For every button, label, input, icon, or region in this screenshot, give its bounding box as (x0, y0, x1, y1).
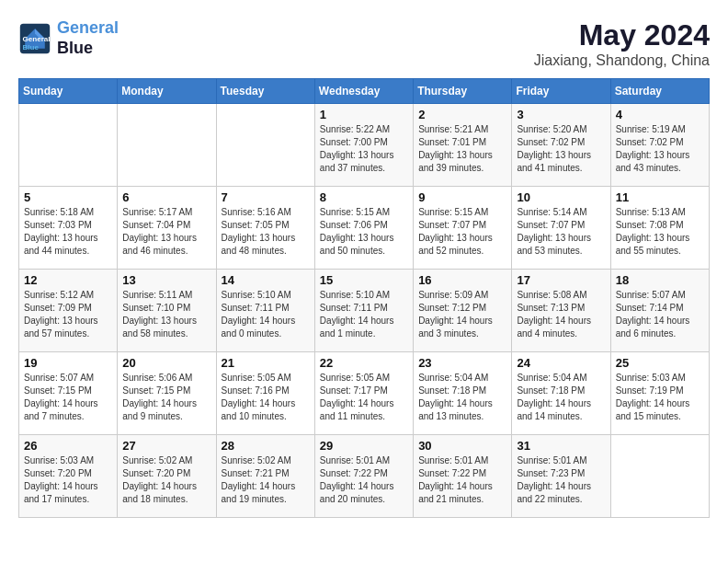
calendar-cell (19, 104, 118, 187)
calendar-cell: 2Sunrise: 5:21 AM Sunset: 7:01 PM Daylig… (414, 104, 512, 187)
location-subtitle: Jiaxiang, Shandong, China (534, 52, 710, 69)
day-number: 12 (24, 273, 112, 287)
day-info: Sunrise: 5:14 AM Sunset: 7:07 PM Dayligh… (517, 206, 605, 258)
weekday-header-wednesday: Wednesday (314, 79, 413, 104)
calendar-cell (216, 104, 314, 187)
calendar-body: 1Sunrise: 5:22 AM Sunset: 7:00 PM Daylig… (19, 104, 710, 518)
day-info: Sunrise: 5:03 AM Sunset: 7:19 PM Dayligh… (616, 372, 704, 423)
calendar-cell: 20Sunrise: 5:06 AM Sunset: 7:15 PM Dayli… (118, 352, 216, 435)
day-number: 5 (24, 190, 112, 204)
month-title: May 2024 (534, 18, 710, 52)
calendar-cell: 5Sunrise: 5:18 AM Sunset: 7:03 PM Daylig… (19, 187, 118, 270)
calendar-cell: 1Sunrise: 5:22 AM Sunset: 7:00 PM Daylig… (314, 104, 413, 187)
calendar-week-5: 26Sunrise: 5:03 AM Sunset: 7:20 PM Dayli… (19, 435, 710, 518)
calendar-cell: 31Sunrise: 5:01 AM Sunset: 7:23 PM Dayli… (512, 435, 610, 518)
day-number: 29 (320, 439, 408, 453)
day-info: Sunrise: 5:10 AM Sunset: 7:11 PM Dayligh… (320, 289, 408, 340)
calendar-cell: 28Sunrise: 5:02 AM Sunset: 7:21 PM Dayli… (216, 435, 314, 518)
day-info: Sunrise: 5:08 AM Sunset: 7:13 PM Dayligh… (517, 289, 605, 340)
day-number: 23 (418, 356, 506, 370)
day-number: 30 (418, 439, 506, 453)
day-number: 4 (616, 108, 704, 121)
calendar-cell: 14Sunrise: 5:10 AM Sunset: 7:11 PM Dayli… (216, 270, 314, 352)
day-info: Sunrise: 5:17 AM Sunset: 7:04 PM Dayligh… (122, 206, 210, 258)
calendar-cell: 17Sunrise: 5:08 AM Sunset: 7:13 PM Dayli… (512, 270, 610, 352)
day-info: Sunrise: 5:20 AM Sunset: 7:02 PM Dayligh… (517, 123, 605, 175)
day-number: 8 (320, 190, 408, 204)
calendar-week-2: 5Sunrise: 5:18 AM Sunset: 7:03 PM Daylig… (19, 187, 710, 270)
calendar-header: SundayMondayTuesdayWednesdayThursdayFrid… (19, 79, 710, 104)
calendar-cell: 18Sunrise: 5:07 AM Sunset: 7:14 PM Dayli… (610, 270, 709, 352)
calendar-cell: 24Sunrise: 5:04 AM Sunset: 7:18 PM Dayli… (512, 352, 610, 435)
day-number: 17 (517, 273, 605, 287)
day-info: Sunrise: 5:16 AM Sunset: 7:05 PM Dayligh… (222, 206, 310, 258)
day-number: 14 (222, 273, 310, 287)
day-info: Sunrise: 5:22 AM Sunset: 7:00 PM Dayligh… (320, 123, 408, 175)
calendar-cell: 3Sunrise: 5:20 AM Sunset: 7:02 PM Daylig… (512, 104, 610, 187)
day-number: 20 (122, 356, 210, 370)
calendar-cell: 23Sunrise: 5:04 AM Sunset: 7:18 PM Dayli… (414, 352, 512, 435)
calendar-week-1: 1Sunrise: 5:22 AM Sunset: 7:00 PM Daylig… (19, 104, 710, 187)
weekday-row: SundayMondayTuesdayWednesdayThursdayFrid… (19, 79, 710, 104)
day-info: Sunrise: 5:10 AM Sunset: 7:11 PM Dayligh… (222, 289, 310, 340)
day-number: 16 (418, 273, 506, 287)
calendar-cell: 26Sunrise: 5:03 AM Sunset: 7:20 PM Dayli… (19, 435, 118, 518)
calendar-cell: 9Sunrise: 5:15 AM Sunset: 7:07 PM Daylig… (414, 187, 512, 270)
day-number: 21 (222, 356, 310, 370)
day-number: 27 (122, 439, 210, 453)
day-number: 26 (24, 439, 112, 453)
calendar-cell: 6Sunrise: 5:17 AM Sunset: 7:04 PM Daylig… (118, 187, 216, 270)
weekday-header-monday: Monday (118, 79, 216, 104)
title-area: May 2024 Jiaxiang, Shandong, China (534, 18, 710, 69)
calendar-cell: 7Sunrise: 5:16 AM Sunset: 7:05 PM Daylig… (216, 187, 314, 270)
calendar-cell: 10Sunrise: 5:14 AM Sunset: 7:07 PM Dayli… (512, 187, 610, 270)
calendar-cell: 29Sunrise: 5:01 AM Sunset: 7:22 PM Dayli… (314, 435, 413, 518)
calendar-cell: 21Sunrise: 5:05 AM Sunset: 7:16 PM Dayli… (216, 352, 314, 435)
day-info: Sunrise: 5:05 AM Sunset: 7:17 PM Dayligh… (320, 372, 408, 423)
day-info: Sunrise: 5:19 AM Sunset: 7:02 PM Dayligh… (616, 123, 704, 175)
calendar-week-3: 12Sunrise: 5:12 AM Sunset: 7:09 PM Dayli… (19, 270, 710, 352)
weekday-header-thursday: Thursday (414, 79, 512, 104)
day-number: 24 (517, 356, 605, 370)
day-info: Sunrise: 5:13 AM Sunset: 7:08 PM Dayligh… (616, 206, 704, 258)
calendar-cell (118, 104, 216, 187)
day-number: 28 (222, 439, 310, 453)
calendar-cell (610, 435, 709, 518)
day-number: 1 (320, 108, 408, 121)
day-info: Sunrise: 5:02 AM Sunset: 7:20 PM Dayligh… (122, 454, 210, 506)
day-info: Sunrise: 5:05 AM Sunset: 7:16 PM Dayligh… (222, 372, 310, 423)
calendar-cell: 15Sunrise: 5:10 AM Sunset: 7:11 PM Dayli… (314, 270, 413, 352)
calendar-cell: 8Sunrise: 5:15 AM Sunset: 7:06 PM Daylig… (314, 187, 413, 270)
day-info: Sunrise: 5:11 AM Sunset: 7:10 PM Dayligh… (122, 289, 210, 340)
day-number: 2 (418, 108, 506, 121)
day-info: Sunrise: 5:21 AM Sunset: 7:01 PM Dayligh… (418, 123, 506, 175)
day-info: Sunrise: 5:07 AM Sunset: 7:15 PM Dayligh… (24, 372, 112, 423)
day-info: Sunrise: 5:07 AM Sunset: 7:14 PM Dayligh… (616, 289, 704, 340)
day-info: Sunrise: 5:01 AM Sunset: 7:22 PM Dayligh… (320, 454, 408, 506)
day-info: Sunrise: 5:04 AM Sunset: 7:18 PM Dayligh… (517, 372, 605, 423)
calendar-cell: 4Sunrise: 5:19 AM Sunset: 7:02 PM Daylig… (610, 104, 709, 187)
day-info: Sunrise: 5:06 AM Sunset: 7:15 PM Dayligh… (122, 372, 210, 423)
calendar-cell: 13Sunrise: 5:11 AM Sunset: 7:10 PM Dayli… (118, 270, 216, 352)
day-info: Sunrise: 5:01 AM Sunset: 7:23 PM Dayligh… (517, 454, 605, 506)
day-info: Sunrise: 5:18 AM Sunset: 7:03 PM Dayligh… (24, 206, 112, 258)
day-info: Sunrise: 5:02 AM Sunset: 7:21 PM Dayligh… (222, 454, 310, 506)
logo-text: GeneralBlue (57, 18, 119, 58)
day-number: 7 (222, 190, 310, 204)
calendar-cell: 11Sunrise: 5:13 AM Sunset: 7:08 PM Dayli… (610, 187, 709, 270)
calendar-cell: 19Sunrise: 5:07 AM Sunset: 7:15 PM Dayli… (19, 352, 118, 435)
day-number: 25 (616, 356, 704, 370)
weekday-header-friday: Friday (512, 79, 610, 104)
day-number: 19 (24, 356, 112, 370)
calendar-cell: 27Sunrise: 5:02 AM Sunset: 7:20 PM Dayli… (118, 435, 216, 518)
day-info: Sunrise: 5:04 AM Sunset: 7:18 PM Dayligh… (418, 372, 506, 423)
day-info: Sunrise: 5:03 AM Sunset: 7:20 PM Dayligh… (24, 454, 112, 506)
svg-text:General: General (23, 34, 51, 42)
calendar-week-4: 19Sunrise: 5:07 AM Sunset: 7:15 PM Dayli… (19, 352, 710, 435)
svg-text:Blue: Blue (23, 42, 40, 51)
page-header: General Blue GeneralBlue May 2024 Jiaxia… (18, 18, 710, 69)
calendar-cell: 22Sunrise: 5:05 AM Sunset: 7:17 PM Dayli… (314, 352, 413, 435)
weekday-header-sunday: Sunday (19, 79, 118, 104)
weekday-header-tuesday: Tuesday (216, 79, 314, 104)
day-number: 31 (517, 439, 605, 453)
